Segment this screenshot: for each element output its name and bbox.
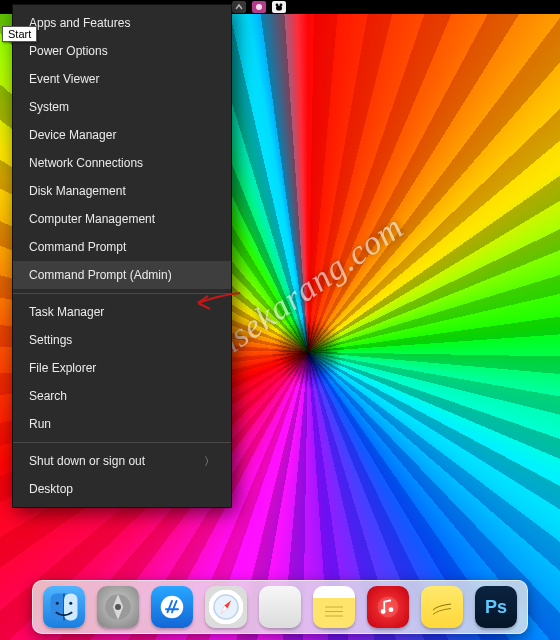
- dock-blank-icon[interactable]: [259, 586, 301, 628]
- menu-item-label: Command Prompt: [29, 241, 126, 253]
- menu-separator: [13, 442, 231, 443]
- menu-separator: [13, 293, 231, 294]
- svg-point-6: [56, 602, 59, 605]
- menu-item-shutdown-signout[interactable]: Shut down or sign out 〉: [13, 447, 231, 475]
- svg-point-10: [161, 596, 184, 619]
- menu-item-apps-and-features[interactable]: Apps and Features: [13, 9, 231, 37]
- chevron-right-icon: 〉: [204, 456, 215, 467]
- menu-item-power-options[interactable]: Power Options: [13, 37, 231, 65]
- menu-item-network-connections[interactable]: Network Connections: [13, 149, 231, 177]
- menu-item-task-manager[interactable]: Task Manager: [13, 298, 231, 326]
- menu-item-label: Command Prompt (Admin): [29, 269, 172, 281]
- menu-item-computer-management[interactable]: Computer Management: [13, 205, 231, 233]
- tray-app-icon[interactable]: [252, 1, 266, 13]
- menu-item-disk-management[interactable]: Disk Management: [13, 177, 231, 205]
- menu-item-label: Desktop: [29, 483, 73, 495]
- menu-item-command-prompt-admin[interactable]: Command Prompt (Admin): [13, 261, 231, 289]
- system-tray: [232, 0, 286, 14]
- menu-item-label: Disk Management: [29, 185, 126, 197]
- menu-item-label: Power Options: [29, 45, 108, 57]
- menu-item-system[interactable]: System: [13, 93, 231, 121]
- svg-point-17: [378, 597, 399, 618]
- menu-item-run[interactable]: Run: [13, 410, 231, 438]
- menu-item-event-viewer[interactable]: Event Viewer: [13, 65, 231, 93]
- winx-menu: Apps and Features Power Options Event Vi…: [12, 4, 232, 508]
- dock-launchpad-icon[interactable]: [97, 586, 139, 628]
- menu-item-desktop[interactable]: Desktop: [13, 475, 231, 503]
- menu-item-label: Event Viewer: [29, 73, 99, 85]
- menu-item-label: System: [29, 101, 69, 113]
- dock-notes-icon[interactable]: [313, 586, 355, 628]
- menu-item-label: Network Connections: [29, 157, 143, 169]
- menu-item-label: Run: [29, 418, 51, 430]
- tray-panda-icon[interactable]: [272, 1, 286, 13]
- menu-item-search[interactable]: Search: [13, 382, 231, 410]
- svg-point-9: [115, 604, 121, 610]
- svg-point-0: [256, 4, 262, 10]
- dock-safari-icon[interactable]: [205, 586, 247, 628]
- dock-finder-icon[interactable]: [43, 586, 85, 628]
- menu-item-label: Device Manager: [29, 129, 116, 141]
- tray-up-arrow-icon[interactable]: [232, 1, 246, 13]
- menu-item-label: Settings: [29, 334, 72, 346]
- svg-point-19: [389, 607, 394, 612]
- dock-appstore-icon[interactable]: [151, 586, 193, 628]
- svg-point-18: [381, 609, 386, 614]
- svg-rect-5: [64, 594, 78, 621]
- dock: Ps: [32, 580, 528, 634]
- menu-item-label: Computer Management: [29, 213, 155, 225]
- dock-photoshop-icon[interactable]: Ps: [475, 586, 517, 628]
- menu-item-label: File Explorer: [29, 362, 96, 374]
- menu-item-file-explorer[interactable]: File Explorer: [13, 354, 231, 382]
- menu-item-command-prompt[interactable]: Command Prompt: [13, 233, 231, 261]
- start-tooltip: Start: [2, 26, 37, 42]
- menu-item-label: Apps and Features: [29, 17, 130, 29]
- menu-item-label: Search: [29, 390, 67, 402]
- svg-point-3: [276, 5, 282, 10]
- menu-item-settings[interactable]: Settings: [13, 326, 231, 354]
- svg-point-7: [69, 602, 72, 605]
- menu-item-label: Shut down or sign out: [29, 455, 145, 467]
- dock-stickies-icon[interactable]: [421, 586, 463, 628]
- menu-item-device-manager[interactable]: Device Manager: [13, 121, 231, 149]
- menu-item-label: Task Manager: [29, 306, 104, 318]
- dock-itunes-icon[interactable]: [367, 586, 409, 628]
